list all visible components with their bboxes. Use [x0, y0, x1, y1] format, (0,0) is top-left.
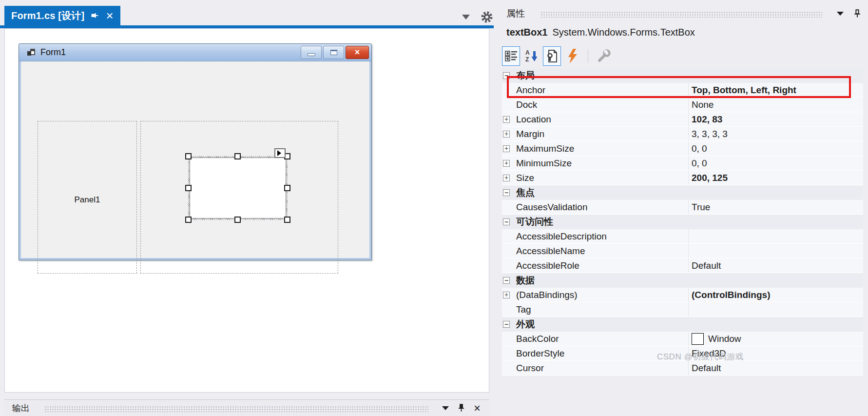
form-client-area[interactable]: Panel1 [21, 61, 369, 258]
selection-handle-middle-right[interactable] [284, 185, 290, 191]
property-name: 可访问性 [516, 215, 689, 229]
toolbar-separator [588, 49, 588, 63]
color-swatch [692, 333, 704, 345]
expand-icon[interactable]: + [503, 116, 510, 123]
property-value[interactable]: 0, 0 [689, 158, 863, 169]
close-icon[interactable]: × [106, 11, 113, 20]
collapse-icon[interactable]: − [503, 321, 510, 328]
property-row-AccessibleName[interactable]: AccessibleName [502, 244, 863, 258]
events-button[interactable] [563, 46, 581, 66]
minimize-icon [308, 53, 315, 56]
minimize-button[interactable] [301, 46, 322, 59]
chevron-down-icon[interactable] [462, 15, 470, 20]
property-value[interactable]: (ControlBindings) [689, 290, 863, 300]
property-value[interactable]: True [689, 202, 863, 213]
property-name: Location [516, 112, 689, 126]
properties-button[interactable] [543, 46, 561, 66]
document-tab-form1[interactable]: Form1.cs [设计] × [4, 6, 120, 25]
expand-icon[interactable]: + [503, 145, 510, 152]
form-window-buttons: × [301, 46, 369, 59]
output-panel-header[interactable]: 输出 × [4, 399, 489, 416]
textbox1-control[interactable] [190, 158, 286, 218]
category-row-外观[interactable]: −外观 [502, 317, 863, 332]
drag-texture[interactable] [540, 11, 822, 18]
panel1[interactable]: Panel1 [38, 121, 137, 274]
property-row-Margin[interactable]: +Margin3, 3, 3, 3 [502, 127, 863, 141]
categorized-button[interactable] [502, 46, 520, 66]
category-row-布局[interactable]: −布局 [502, 68, 863, 83]
property-value[interactable]: Default [689, 260, 863, 271]
property-row-Size[interactable]: +Size200, 125 [502, 171, 863, 185]
close-button[interactable]: × [346, 46, 369, 59]
property-name: Cursor [516, 361, 689, 375]
form-icon [27, 49, 36, 57]
category-row-数据[interactable]: −数据 [502, 273, 863, 288]
expand-icon[interactable]: + [503, 175, 510, 181]
property-name: Tag [516, 302, 689, 317]
collapse-icon[interactable]: − [503, 218, 510, 225]
object-type: System.Windows.Forms.TextBox [552, 27, 694, 38]
property-name: AccessibleName [516, 244, 689, 258]
alphabetical-sort-button[interactable]: A Z [522, 46, 540, 66]
pin-icon[interactable] [853, 9, 861, 18]
property-name: Anchor [516, 83, 689, 97]
selection-handle-bottom-right[interactable] [284, 217, 290, 223]
property-row-Tag[interactable]: Tag [502, 302, 863, 317]
panel2[interactable] [140, 121, 338, 274]
category-row-焦点[interactable]: −焦点 [502, 185, 863, 200]
object-name: textBox1 [506, 27, 547, 38]
expand-icon[interactable]: + [503, 292, 510, 298]
property-value[interactable]: 102, 83 [689, 114, 863, 125]
selection-handle-middle-left[interactable] [185, 185, 192, 191]
property-row-CausesValidation[interactable]: CausesValidationTrue [502, 200, 863, 215]
close-icon[interactable]: × [474, 403, 481, 413]
chevron-down-icon[interactable] [837, 12, 844, 16]
selected-object-row[interactable]: textBox1System.Windows.Forms.TextBox [506, 27, 695, 38]
selection-handle-top-left[interactable] [185, 153, 192, 159]
events-icon [567, 49, 579, 63]
category-row-可访问性[interactable]: −可访问性 [502, 215, 863, 229]
property-value[interactable]: Default [689, 363, 863, 374]
property-row-Anchor[interactable]: AnchorTop, Bottom, Left, Right [502, 83, 863, 98]
property-row-AccessibleRole[interactable]: AccessibleRoleDefault [502, 258, 863, 273]
property-row-Cursor[interactable]: CursorDefault [502, 361, 863, 376]
property-row-MaximumSize[interactable]: +MaximumSize0, 0 [502, 141, 863, 156]
form-title: Form1 [40, 47, 66, 58]
property-row-Location[interactable]: +Location102, 83 [502, 112, 863, 127]
property-grid: −布局AnchorTop, Bottom, Left, RightDockNon… [502, 68, 863, 376]
selection-handle-bottom-middle[interactable] [234, 217, 241, 223]
property-value[interactable]: 200, 125 [689, 173, 863, 183]
pin-icon[interactable] [91, 12, 99, 20]
form1-designer-window[interactable]: Form1 × Panel1 [19, 43, 372, 260]
property-row-BackColor[interactable]: BackColorWindow [502, 332, 863, 346]
property-pages-button[interactable] [595, 46, 613, 66]
property-row-AccessibleDescription[interactable]: AccessibleDescription [502, 229, 863, 244]
property-row-(DataBindings)[interactable]: +(DataBindings)(ControlBindings) [502, 288, 863, 302]
collapse-icon[interactable]: − [503, 189, 510, 196]
property-value[interactable]: Window [689, 333, 863, 345]
property-value[interactable]: 3, 3, 3, 3 [689, 129, 863, 139]
smart-tag-button[interactable] [274, 148, 286, 158]
drag-texture[interactable] [44, 406, 428, 412]
collapse-icon[interactable]: − [503, 72, 510, 79]
property-value[interactable]: None [689, 99, 863, 110]
pin-icon[interactable] [458, 404, 465, 412]
textbox1-selection[interactable] [188, 156, 288, 220]
design-canvas[interactable]: Form1 × Panel1 [4, 28, 489, 393]
maximize-button[interactable] [323, 46, 344, 59]
form-titlebar[interactable]: Form1 × [19, 44, 371, 61]
row-gutter: − [502, 218, 516, 225]
property-value[interactable]: Top, Bottom, Left, Right [689, 85, 863, 96]
property-row-Dock[interactable]: DockNone [502, 98, 863, 112]
gear-icon[interactable] [481, 11, 493, 23]
chevron-down-icon[interactable] [442, 406, 449, 410]
expand-icon[interactable]: + [503, 160, 510, 167]
selection-handle-top-middle[interactable] [234, 153, 241, 159]
property-name: BackColor [516, 332, 689, 346]
collapse-icon[interactable]: − [503, 277, 510, 284]
property-row-MinimumSize[interactable]: +MinimumSize0, 0 [502, 156, 863, 171]
properties-header[interactable]: 属性 [506, 6, 861, 21]
expand-icon[interactable]: + [503, 131, 510, 138]
property-value[interactable]: 0, 0 [689, 143, 863, 154]
selection-handle-bottom-left[interactable] [185, 217, 192, 223]
